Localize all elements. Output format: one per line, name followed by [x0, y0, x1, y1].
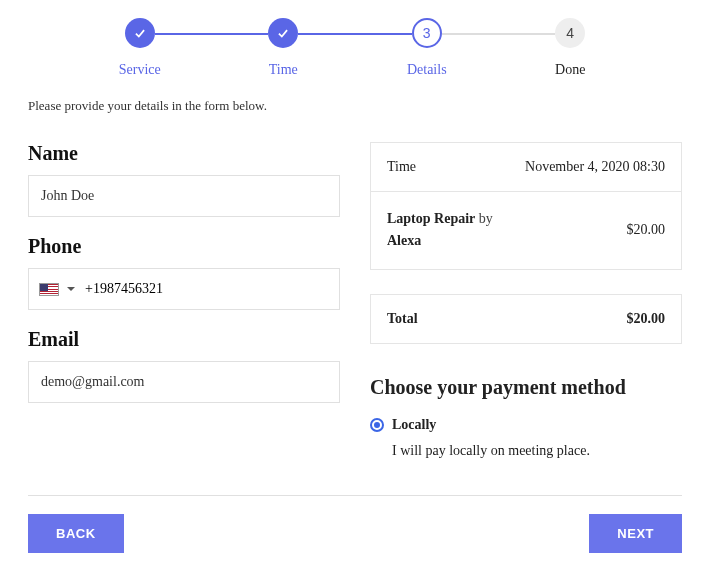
payment-option-desc: I will pay locally on meeting place. — [392, 443, 682, 459]
flag-us-icon[interactable] — [39, 283, 59, 296]
email-input[interactable] — [28, 361, 340, 403]
payment-option-label: Locally — [392, 417, 436, 433]
name-label: Name — [28, 142, 340, 165]
next-button[interactable]: NEXT — [589, 514, 682, 553]
summary-by-word: by — [479, 211, 493, 226]
check-icon — [133, 26, 147, 40]
summary-total-value: $20.00 — [627, 311, 666, 327]
summary-total-row: Total $20.00 — [370, 294, 682, 344]
back-button[interactable]: BACK — [28, 514, 124, 553]
summary-service-row: Laptop Repair by Alexa $20.00 — [371, 192, 681, 269]
step-label: Details — [407, 62, 447, 78]
step-label: Service — [119, 62, 161, 78]
step-number: 3 — [412, 18, 442, 48]
phone-label: Phone — [28, 235, 340, 258]
step-connector — [155, 33, 269, 35]
summary-total-label: Total — [387, 311, 418, 327]
summary-time-value: November 4, 2020 08:30 — [525, 159, 665, 175]
phone-field[interactable] — [28, 268, 340, 310]
summary-service-price: $20.00 — [627, 222, 666, 238]
order-summary: Time November 4, 2020 08:30 Laptop Repai… — [370, 142, 682, 270]
summary-provider: Alexa — [387, 230, 493, 252]
step-label: Time — [269, 62, 298, 78]
intro-text: Please provide your details in the form … — [28, 98, 682, 114]
step-number: 4 — [555, 18, 585, 48]
chevron-down-icon[interactable] — [67, 287, 75, 291]
step-service[interactable]: Service — [68, 18, 212, 78]
name-input[interactable] — [28, 175, 340, 217]
step-label: Done — [555, 62, 585, 78]
summary-time-label: Time — [387, 159, 416, 175]
progress-stepper: Service Time 3 Details 4 Done — [68, 18, 642, 78]
step-details[interactable]: 3 Details — [355, 18, 499, 78]
phone-input[interactable] — [83, 275, 329, 303]
divider — [28, 495, 682, 496]
payment-heading: Choose your payment method — [370, 376, 682, 399]
summary-time-row: Time November 4, 2020 08:30 — [371, 143, 681, 192]
step-connector — [442, 33, 556, 35]
step-time[interactable]: Time — [212, 18, 356, 78]
radio-selected-icon[interactable] — [370, 418, 384, 432]
summary-service-name: Laptop Repair — [387, 211, 475, 226]
footer-buttons: BACK NEXT — [28, 514, 682, 553]
step-connector — [298, 33, 412, 35]
check-icon — [276, 26, 290, 40]
payment-option-locally[interactable]: Locally — [370, 417, 682, 433]
details-form: Name Phone Email — [28, 124, 340, 459]
email-label: Email — [28, 328, 340, 351]
step-done: 4 Done — [499, 18, 643, 78]
